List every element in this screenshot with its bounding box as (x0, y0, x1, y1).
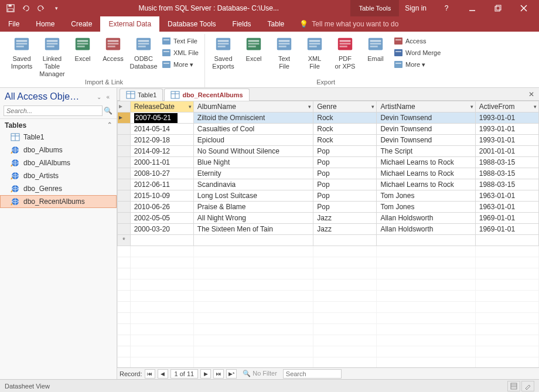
cell[interactable]: Michael Learns to Rock (377, 179, 475, 190)
nav-title[interactable]: All Access Obje… (5, 91, 94, 102)
redo-icon[interactable] (34, 2, 48, 15)
cell[interactable]: 2012-09-18 (130, 135, 193, 146)
record-prev-button[interactable]: ◀ (158, 369, 168, 379)
cell[interactable]: 1969-01-01 (475, 224, 538, 235)
cell[interactable]: 2012-06-11 (130, 179, 193, 190)
tab-external-data[interactable]: External Data (100, 16, 159, 32)
nav-item-dbo_artists[interactable]: dbo_Artists (0, 169, 117, 182)
cell[interactable] (475, 235, 538, 246)
tab-create[interactable]: Create (63, 16, 100, 32)
column-header-genre[interactable]: Genre▾ (313, 101, 377, 113)
record-new-button[interactable]: ▶* (226, 369, 237, 379)
access-button[interactable]: Access (98, 34, 128, 63)
cell[interactable] (193, 235, 313, 246)
cell[interactable]: Allan Holdsworth (377, 213, 475, 224)
pdf-button[interactable]: PDFor XPS (330, 34, 360, 70)
cell[interactable]: 2002-05-05 (130, 213, 193, 224)
record-first-button[interactable]: ⏮ (145, 369, 155, 379)
minimize-icon[interactable] (460, 0, 484, 16)
design-view-button[interactable] (521, 381, 534, 391)
restore-icon[interactable] (486, 0, 510, 16)
cell[interactable]: 2000-03-20 (130, 224, 193, 235)
cell[interactable]: 1988-03-15 (475, 168, 538, 179)
row-selector[interactable] (118, 135, 131, 146)
cell[interactable]: Devin Townsend (377, 113, 475, 124)
cell[interactable]: 1988-03-15 (475, 179, 538, 190)
xml-file-button[interactable]: XML File (159, 47, 201, 59)
cell[interactable]: 1963-01-01 (475, 190, 538, 202)
nav-group-collapse-icon[interactable]: ⌃ (107, 121, 112, 129)
tab-fields[interactable]: Fields (224, 16, 260, 32)
row-selector[interactable] (118, 113, 131, 124)
cell[interactable]: Jazz (313, 213, 377, 224)
cell[interactable]: Pop (313, 202, 377, 213)
column-dropdown-icon[interactable]: ▾ (308, 104, 311, 110)
cell[interactable]: Michael Learns to Rock (377, 168, 475, 179)
cell[interactable]: 1993-01-01 (475, 113, 538, 124)
nav-collapse-icon[interactable]: « (104, 94, 112, 100)
nav-item-dbo_recentalbums[interactable]: dbo_RecentAlbums (0, 195, 117, 208)
cell[interactable]: Eternity (193, 168, 313, 179)
cell[interactable] (130, 113, 193, 124)
odbc-button[interactable]: ODBCDatabase (129, 34, 158, 70)
cell[interactable]: 2014-05-14 (130, 124, 193, 135)
row-selector[interactable] (118, 190, 131, 202)
cell[interactable]: Jazz (313, 224, 377, 235)
nav-search-input[interactable] (4, 105, 103, 116)
row-selector[interactable] (118, 213, 131, 224)
search-icon[interactable]: 🔍 (103, 107, 113, 115)
record-position[interactable]: 1 of 11 (170, 369, 199, 379)
column-header-artistname[interactable]: ArtistName▾ (377, 101, 475, 113)
save-icon[interactable] (4, 2, 18, 15)
cell[interactable]: Long Lost Suitcase (193, 190, 313, 202)
column-header-activefrom[interactable]: ActiveFrom▾ (475, 101, 538, 113)
signin-link[interactable]: Sign in (399, 4, 432, 12)
nav-dropdown-icon[interactable]: ⌄ (94, 94, 104, 100)
undo-icon[interactable] (19, 2, 33, 15)
doc-tab-dbo_recentalbums[interactable]: dbo_RecentAlbums (164, 88, 249, 101)
nav-item-dbo_allalbums[interactable]: dbo_AllAlbums (0, 156, 117, 169)
tab-home[interactable]: Home (28, 16, 63, 32)
cell[interactable]: Rock (313, 113, 377, 124)
tab-file[interactable]: File (0, 16, 28, 32)
column-dropdown-icon[interactable]: ▾ (470, 104, 473, 110)
datasheet[interactable]: ReleaseDate▾AlbumName▾Genre▾ArtistName▾A… (117, 101, 539, 367)
cell[interactable]: 1993-01-01 (475, 124, 538, 135)
cell[interactable]: 2001-01-01 (475, 146, 538, 157)
cell[interactable]: Michael Learns to Rock (377, 157, 475, 168)
cell[interactable]: Tom Jones (377, 202, 475, 213)
column-dropdown-icon[interactable]: ▾ (534, 104, 537, 110)
cell[interactable]: 1993-01-01 (475, 135, 538, 146)
tab-table[interactable]: Table (260, 16, 293, 32)
saved-exports-button[interactable]: SavedExports (209, 34, 238, 70)
cell[interactable]: Rock (313, 135, 377, 146)
column-header-releasedate[interactable]: ReleaseDate▾ (130, 101, 193, 113)
record-last-button[interactable]: ⏭ (213, 369, 224, 379)
cell[interactable]: 1969-01-01 (475, 213, 538, 224)
qat-customize-icon[interactable]: ▾ (49, 2, 63, 15)
access-sm-button[interactable]: Access (391, 35, 443, 47)
doc-tab-table1[interactable]: Table1 (120, 88, 163, 101)
cell[interactable]: Pop (313, 168, 377, 179)
xml-exp-button[interactable]: XMLFile (300, 34, 329, 70)
excel-button[interactable]: Excel (68, 34, 97, 63)
cell[interactable]: Devin Townsend (377, 135, 475, 146)
nav-item-dbo_albums[interactable]: dbo_Albums (0, 144, 117, 156)
cell[interactable]: Ziltoid the Omniscient (193, 113, 313, 124)
record-next-button[interactable]: ▶ (200, 369, 211, 379)
cell[interactable]: Pop (313, 146, 377, 157)
text-file-button[interactable]: Text File (159, 35, 201, 47)
cell[interactable] (130, 235, 193, 246)
cell[interactable]: Blue Night (193, 157, 313, 168)
excel-exp-button[interactable]: Excel (239, 34, 268, 63)
saved-imports-button[interactable]: SavedImports (7, 34, 36, 70)
row-selector[interactable] (118, 146, 131, 157)
cell[interactable]: All Night Wrong (193, 213, 313, 224)
cell[interactable]: Pop (313, 190, 377, 202)
row-selector[interactable] (118, 179, 131, 190)
row-selector[interactable] (118, 168, 131, 179)
help-icon[interactable]: ? (435, 0, 458, 16)
column-dropdown-icon[interactable]: ▾ (189, 104, 192, 110)
column-header-albumname[interactable]: AlbumName▾ (193, 101, 313, 113)
cell[interactable]: The Script (377, 146, 475, 157)
